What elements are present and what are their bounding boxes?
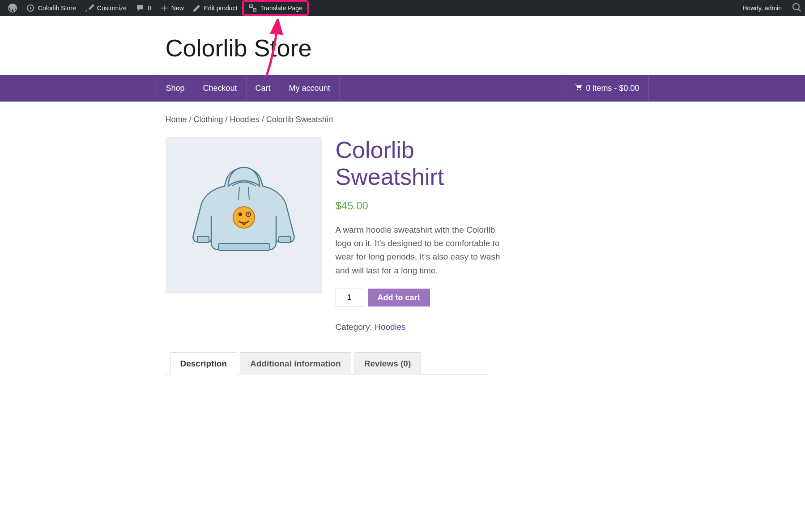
svg-point-7: [239, 213, 242, 216]
cart-icon: [574, 83, 582, 94]
add-to-cart-button[interactable]: Add to cart: [368, 289, 430, 306]
howdy-label: Howdy, admin: [742, 4, 782, 12]
translate-page-menu[interactable]: Translate Page: [242, 0, 309, 16]
plus-icon: [160, 4, 168, 12]
admin-bar-left: Colorlib Store Customize 0 New Edit prod…: [4, 0, 738, 16]
main-navigation: Shop Checkout Cart My account 0 items - …: [0, 75, 805, 102]
paintbrush-icon: [85, 4, 94, 13]
svg-rect-4: [197, 236, 209, 243]
user-menu[interactable]: Howdy, admin: [738, 0, 786, 16]
product-info: Colorlib Sweatshirt $45.00 A warm hoodie…: [336, 137, 506, 332]
breadcrumb: Home / Clothing / Hoodies / Colorlib Swe…: [166, 115, 640, 124]
tab-description[interactable]: Description: [170, 352, 238, 375]
category-label: Category:: [336, 322, 375, 332]
breadcrumb-sep: /: [187, 115, 194, 124]
breadcrumb-home[interactable]: Home: [166, 115, 187, 124]
product-tabs: Description Additional information Revie…: [166, 352, 488, 375]
nav-item-my-account[interactable]: My account: [280, 76, 340, 101]
wp-logo-menu[interactable]: [4, 0, 21, 16]
translate-page-label: Translate Page: [260, 4, 302, 12]
nav-item-checkout[interactable]: Checkout: [194, 76, 247, 101]
customize-menu[interactable]: Customize: [81, 0, 131, 16]
product-container: Colorlib Sweatshirt $45.00 A warm hoodie…: [166, 137, 640, 332]
site-header: Colorlib Store: [0, 16, 805, 75]
breadcrumb-hoodies[interactable]: Hoodies: [230, 115, 260, 124]
quantity-input[interactable]: [336, 289, 363, 306]
edit-product-label: Edit product: [204, 4, 238, 12]
wp-admin-bar: Colorlib Store Customize 0 New Edit prod…: [0, 0, 805, 16]
new-label: New: [171, 4, 184, 12]
dashboard-icon: [26, 4, 35, 13]
breadcrumb-sep: /: [260, 115, 266, 124]
comment-icon: [136, 4, 145, 13]
nav-menu: Shop Checkout Cart My account: [157, 76, 340, 101]
pencil-icon: [193, 4, 201, 12]
cart-summary-text: 0 items - $0.00: [586, 84, 639, 93]
cart-summary-link[interactable]: 0 items - $0.00: [565, 75, 648, 102]
customize-label: Customize: [97, 4, 127, 12]
nav-item-shop[interactable]: Shop: [157, 76, 194, 101]
add-to-cart-form: Add to cart: [336, 289, 506, 306]
search-icon[interactable]: [792, 3, 801, 13]
breadcrumb-sep: /: [223, 115, 230, 124]
svg-rect-5: [279, 236, 290, 243]
svg-rect-3: [218, 243, 270, 251]
tab-additional-information[interactable]: Additional information: [240, 352, 351, 375]
product-category-meta: Category: Hoodies: [336, 322, 506, 332]
wordpress-icon: [8, 4, 17, 13]
svg-point-9: [247, 213, 249, 215]
site-title[interactable]: Colorlib Store: [166, 34, 640, 62]
tab-reviews[interactable]: Reviews (0): [354, 352, 422, 375]
nav-item-cart[interactable]: Cart: [247, 76, 280, 101]
site-name-menu[interactable]: Colorlib Store: [21, 0, 81, 16]
product-image[interactable]: [166, 137, 322, 294]
product-description: A warm hoodie sweatshirt with the Colorl…: [336, 223, 506, 278]
admin-bar-right: Howdy, admin: [738, 0, 801, 16]
edit-product-menu[interactable]: Edit product: [188, 0, 242, 16]
comments-count: 0: [148, 4, 151, 12]
breadcrumb-clothing[interactable]: Clothing: [194, 115, 223, 124]
category-link[interactable]: Hoodies: [375, 322, 406, 332]
new-content-menu[interactable]: New: [156, 0, 188, 16]
site-name-label: Colorlib Store: [38, 4, 76, 12]
product-title: Colorlib Sweatshirt: [336, 137, 506, 191]
translate-icon: [248, 4, 257, 13]
breadcrumb-current: Colorlib Sweatshirt: [266, 115, 333, 124]
product-price: $45.00: [336, 200, 506, 212]
comments-menu[interactable]: 0: [131, 0, 156, 16]
